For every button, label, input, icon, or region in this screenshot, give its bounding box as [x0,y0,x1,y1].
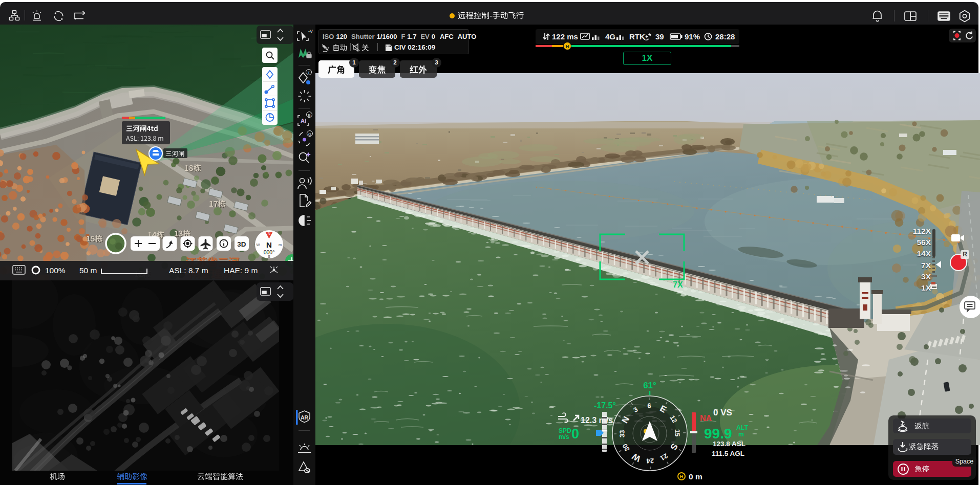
svg-text:ASL: 8.7 m: ASL: 8.7 m [169,266,208,275]
svg-text:50 m: 50 m [79,266,97,275]
svg-text:W: W [256,242,260,247]
svg-text:99.9: 99.9 [704,426,732,442]
svg-text:AI: AI [301,118,306,124]
svg-text:6: 6 [647,402,651,409]
svg-text:100%: 100% [45,266,66,275]
svg-text:-17.5°: -17.5° [594,401,616,410]
svg-text:0 VS: 0 VS [713,408,732,417]
svg-text:G: G [308,132,311,137]
svg-text:N: N [268,231,270,236]
svg-text:33: 33 [618,430,626,438]
svg-text:T: T [308,71,310,75]
svg-text:H: H [680,474,684,479]
svg-text:0 m: 0 m [689,472,702,481]
svg-text:ALT: ALT [736,424,749,431]
svg-text:61°: 61° [643,381,656,390]
svg-text:12.3 m/s: 12.3 m/s [581,416,613,425]
svg-text:B: B [308,113,310,118]
svg-text:NA: NA [700,414,712,423]
svg-text:N: N [266,240,272,249]
svg-text:3D: 3D [237,240,246,248]
svg-text:123.8 ASL: 123.8 ASL [713,440,745,448]
svg-text:15: 15 [673,429,681,437]
svg-text:HAE: 9 m: HAE: 9 m [224,266,258,275]
svg-text:-V: -V [308,29,313,34]
svg-text:24: 24 [646,457,654,465]
svg-text:m: m [279,242,282,247]
svg-text:m: m [738,431,744,438]
svg-text:S: S [268,254,270,259]
svg-text:111.5 AGL: 111.5 AGL [712,450,744,457]
svg-text:0: 0 [571,426,579,442]
svg-text:AR: AR [301,414,309,421]
svg-text:m/s: m/s [559,433,569,440]
